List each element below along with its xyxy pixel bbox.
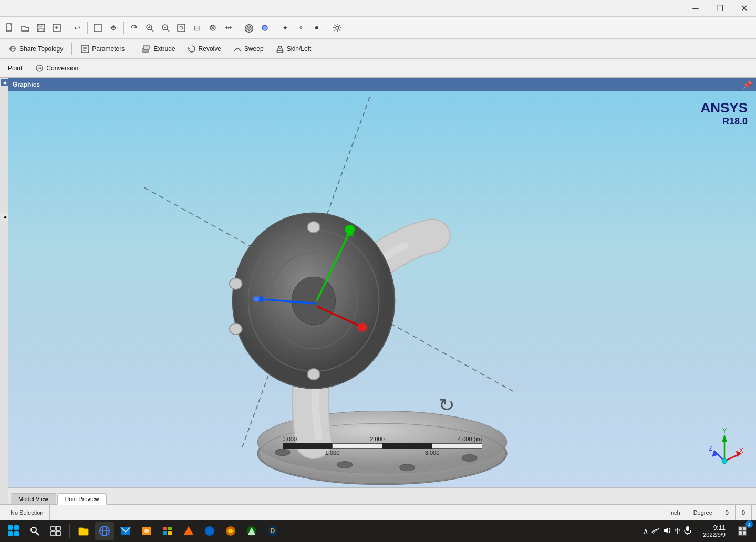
svg-rect-77	[8, 525, 13, 530]
sweep-button[interactable]: Sweep	[228, 41, 268, 56]
status-bar: No Selection Inch Degree 0 0	[0, 504, 756, 520]
notification-center[interactable]: 1	[733, 522, 752, 540]
sweep-icon	[233, 44, 242, 54]
app4-taskbar[interactable]	[242, 522, 261, 540]
tab-model-view[interactable]: Model View	[11, 493, 56, 504]
close-button[interactable]: ✕	[732, 0, 756, 17]
mail-taskbar[interactable]	[116, 522, 135, 540]
scale-label-1: 1.000	[325, 450, 340, 456]
panel-pin-mid[interactable]: ◀	[1, 213, 8, 221]
tab-print-preview[interactable]: Print Preview	[57, 493, 107, 505]
sep-ribbon2	[133, 43, 133, 55]
extrude-button[interactable]: Extrude	[137, 41, 180, 56]
triad-button[interactable]: ✦	[278, 20, 293, 35]
svg-point-63	[253, 296, 260, 302]
svg-text:L: L	[208, 528, 211, 534]
minimize-button[interactable]: ─	[683, 0, 708, 17]
share-topology-button[interactable]: Share Topology	[3, 41, 68, 56]
svg-point-65	[357, 323, 367, 332]
svg-point-60	[345, 225, 355, 234]
svg-rect-96	[168, 531, 172, 535]
app5-taskbar[interactable]: D	[263, 522, 282, 540]
conversion-button[interactable]: Conversion	[30, 61, 83, 76]
main-content: ◀ ◀ Graphics 📌 ANSYS R18.0	[0, 78, 756, 504]
group-button[interactable]	[257, 20, 272, 35]
app2-taskbar[interactable]: L	[200, 522, 219, 540]
svg-rect-93	[163, 527, 167, 530]
svg-marker-74	[722, 435, 727, 442]
scale-label-2: 2.000	[370, 436, 385, 442]
revolve-button[interactable]: Revolve	[182, 41, 226, 56]
mic-icon[interactable]	[684, 526, 691, 536]
skin-loft-button[interactable]: Skin/Loft	[271, 41, 316, 56]
export-button[interactable]	[49, 20, 64, 35]
svg-line-11	[167, 29, 169, 32]
sep5	[275, 22, 275, 34]
viewport[interactable]: ANSYS R18.0	[8, 91, 756, 487]
svg-rect-80	[14, 531, 19, 536]
status-val2-text: 0	[742, 509, 745, 516]
zoom-out-button[interactable]	[158, 20, 173, 35]
svg-point-14	[180, 26, 183, 29]
zoom-in-button[interactable]	[142, 20, 157, 35]
clock-time: 9:11	[703, 524, 726, 531]
show-hidden-icons[interactable]: ∧	[643, 527, 648, 535]
select-mode-button[interactable]	[90, 20, 105, 35]
network-icon[interactable]	[651, 526, 660, 536]
graphics-pin-icon[interactable]: 📌	[743, 80, 752, 89]
status-unit2: Degree	[687, 505, 719, 520]
svg-rect-94	[168, 527, 172, 530]
settings-button[interactable]	[330, 20, 345, 35]
system-clock[interactable]: 9:11 2022/9/9	[700, 524, 729, 538]
svg-point-47	[400, 464, 415, 471]
parameters-button[interactable]: Parameters	[76, 41, 129, 56]
svg-marker-104	[664, 527, 668, 534]
sub-toolbar: Point Conversion	[0, 59, 756, 78]
app1-taskbar[interactable]	[179, 522, 198, 540]
maximize-button[interactable]: ☐	[708, 0, 732, 17]
ime-icon[interactable]: 中	[675, 527, 681, 536]
task-view-button[interactable]	[46, 522, 65, 540]
scale-label-0: 0.000	[283, 436, 297, 442]
svg-point-46	[337, 461, 352, 468]
zoom-box-button[interactable]: ⊟	[190, 20, 204, 35]
graphics-panel: Graphics 📌 ANSYS R18.0	[8, 78, 756, 504]
photos-taskbar[interactable]	[137, 522, 156, 540]
status-selection: No Selection	[4, 505, 50, 520]
file-explorer-taskbar[interactable]	[74, 522, 93, 540]
move-button[interactable]: ✥	[106, 20, 121, 35]
bottom-tabs: Model View Print Preview	[8, 487, 756, 504]
sphere-button[interactable]: ⚬	[294, 20, 308, 35]
search-button[interactable]	[25, 522, 44, 540]
store-taskbar[interactable]	[158, 522, 177, 540]
parameters-icon	[80, 44, 90, 54]
svg-rect-84	[56, 526, 60, 530]
browser-taskbar[interactable]	[95, 522, 114, 540]
status-unit2-text: Degree	[693, 509, 712, 516]
undo-button[interactable]: ↩	[70, 20, 85, 35]
snap-button[interactable]	[242, 20, 256, 35]
skin-loft-label: Skin/Loft	[287, 45, 312, 53]
panel-pin-top[interactable]: ◀	[1, 79, 8, 86]
volume-icon[interactable]	[663, 526, 671, 536]
point-button[interactable]	[309, 20, 324, 35]
svg-rect-86	[56, 531, 60, 536]
start-button[interactable]	[4, 522, 23, 540]
svg-rect-85	[51, 531, 55, 536]
main-toolbar: ↩ ✥ ⊟ ✦ ⚬	[0, 17, 756, 39]
scale-seg-1	[283, 443, 332, 449]
conversion-icon	[35, 64, 44, 73]
zoom-fit-button[interactable]	[174, 20, 189, 35]
rotate-view-button[interactable]	[127, 20, 141, 35]
point-toolbar-button[interactable]: Point	[3, 62, 27, 75]
sep6	[327, 22, 327, 34]
save-button[interactable]	[34, 20, 48, 35]
scale-bar: 0.000 2.000 4.000 (in) 1.000 3.000	[283, 436, 482, 456]
measure-button[interactable]	[221, 20, 236, 35]
scale-seg-4	[432, 443, 482, 449]
app3-taskbar[interactable]	[221, 522, 240, 540]
pan-button[interactable]	[205, 20, 220, 35]
new-button[interactable]	[2, 20, 17, 35]
status-unit1-text: Inch	[669, 509, 680, 516]
open-button[interactable]	[18, 20, 33, 35]
